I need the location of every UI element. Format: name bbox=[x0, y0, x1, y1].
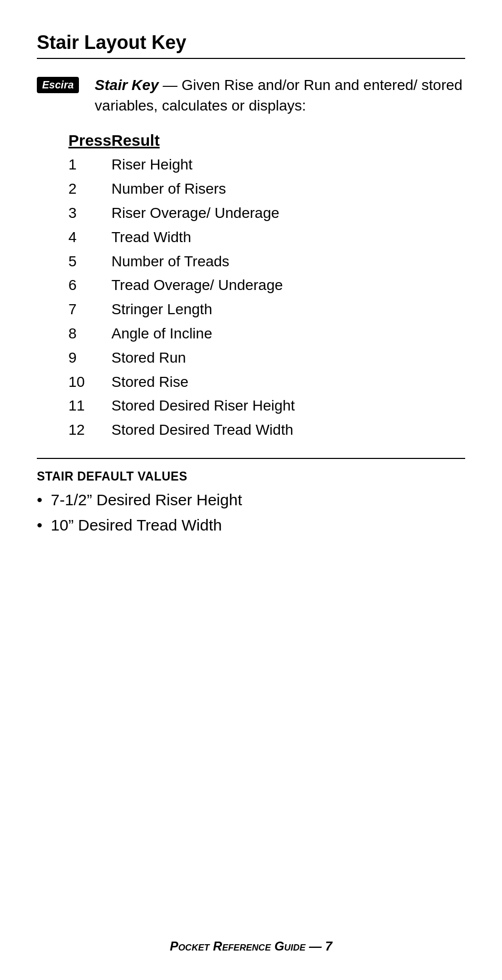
table-row: 2Number of Risers bbox=[37, 177, 465, 201]
result-value: Tread Width bbox=[112, 225, 465, 249]
press-value: 10 bbox=[37, 370, 112, 394]
table-row: 4Tread Width bbox=[37, 225, 465, 249]
defaults-title: STAIR DEFAULT VALUES bbox=[37, 469, 465, 484]
table-row: 3Riser Overage/ Underage bbox=[37, 201, 465, 225]
result-value: Stored Desired Riser Height bbox=[112, 394, 465, 418]
press-value: 5 bbox=[37, 249, 112, 274]
result-value: Number of Risers bbox=[112, 177, 465, 201]
divider bbox=[37, 458, 465, 459]
result-value: Angle of Incline bbox=[112, 322, 465, 346]
result-value: Number of Treads bbox=[112, 249, 465, 274]
escira-badge: Escira bbox=[37, 77, 79, 93]
table-row: 6Tread Overage/ Underage bbox=[37, 273, 465, 297]
default-values-list: •7-1/2” Desired Riser Height•10” Desired… bbox=[37, 489, 465, 536]
press-value: 6 bbox=[37, 273, 112, 297]
result-value: Riser Height bbox=[112, 153, 465, 177]
result-header: Result bbox=[112, 132, 465, 153]
table-row: 10Stored Rise bbox=[37, 370, 465, 394]
intro-text: Stair Key — Given Rise and/or Run and en… bbox=[95, 75, 465, 116]
table-row: 8Angle of Incline bbox=[37, 322, 465, 346]
result-value: Riser Overage/ Underage bbox=[112, 201, 465, 225]
press-value: 1 bbox=[37, 153, 112, 177]
stair-key-label: Stair Key bbox=[95, 77, 158, 93]
footer-text: Pocket Reference Guide — 7 bbox=[170, 939, 333, 953]
footer: Pocket Reference Guide — 7 bbox=[0, 939, 502, 954]
list-item: •10” Desired Tread Width bbox=[37, 514, 465, 536]
press-value: 12 bbox=[37, 418, 112, 442]
result-value: Stringer Length bbox=[112, 297, 465, 322]
press-value: 4 bbox=[37, 225, 112, 249]
intro-row: Escira Stair Key — Given Rise and/or Run… bbox=[37, 75, 465, 116]
press-value: 9 bbox=[37, 346, 112, 370]
result-value: Stored Run bbox=[112, 346, 465, 370]
list-item-text: 7-1/2” Desired Riser Height bbox=[51, 489, 242, 511]
press-header: Press bbox=[37, 132, 112, 153]
press-value: 3 bbox=[37, 201, 112, 225]
page: Stair Layout Key Escira Stair Key — Give… bbox=[0, 0, 502, 980]
list-item-text: 10” Desired Tread Width bbox=[51, 514, 222, 536]
table-row: 1Riser Height bbox=[37, 153, 465, 177]
table-row: 11Stored Desired Riser Height bbox=[37, 394, 465, 418]
page-title: Stair Layout Key bbox=[37, 32, 465, 59]
press-value: 11 bbox=[37, 394, 112, 418]
result-value: Tread Overage/ Underage bbox=[112, 273, 465, 297]
press-result-table: Press Result 1Riser Height2Number of Ris… bbox=[37, 132, 465, 442]
result-value: Stored Rise bbox=[112, 370, 465, 394]
bullet-icon: • bbox=[37, 489, 43, 511]
press-value: 8 bbox=[37, 322, 112, 346]
press-value: 2 bbox=[37, 177, 112, 201]
result-value: Stored Desired Tread Width bbox=[112, 418, 465, 442]
bullet-icon: • bbox=[37, 514, 43, 536]
table-row: 7Stringer Length bbox=[37, 297, 465, 322]
table-row: 12Stored Desired Tread Width bbox=[37, 418, 465, 442]
list-item: •7-1/2” Desired Riser Height bbox=[37, 489, 465, 511]
table-row: 5Number of Treads bbox=[37, 249, 465, 274]
press-value: 7 bbox=[37, 297, 112, 322]
table-row: 9Stored Run bbox=[37, 346, 465, 370]
